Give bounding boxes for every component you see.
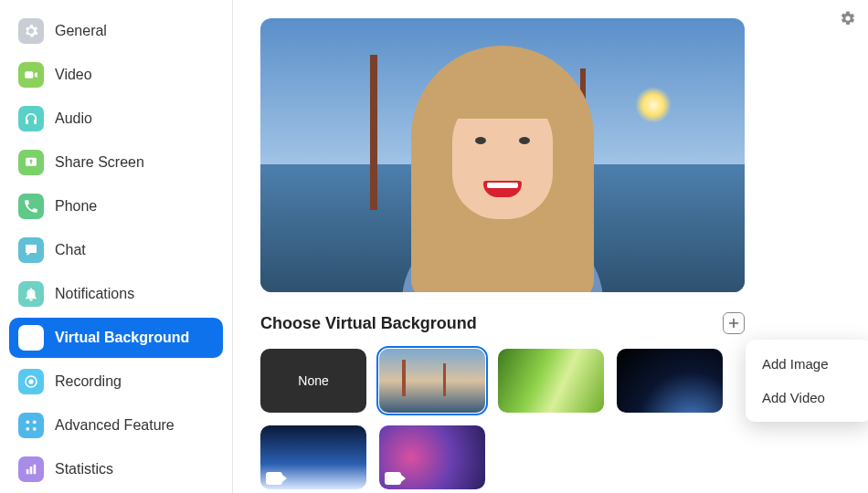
sidebar-item-statistics[interactable]: Statistics — [9, 449, 223, 489]
svg-rect-0 — [25, 71, 33, 79]
bg-thumb-gradient[interactable] — [379, 425, 485, 489]
sidebar-item-label: Notifications — [55, 286, 134, 302]
background-thumbnails: None — [260, 349, 772, 489]
preview-sun — [635, 87, 672, 123]
sidebar-item-label: Statistics — [55, 461, 113, 477]
thumb-label: None — [298, 373, 328, 388]
sidebar-item-label: Video — [55, 67, 92, 83]
grid-icon — [18, 413, 44, 438]
gear-icon — [18, 18, 44, 44]
section-header: Choose Virtual Background — [260, 312, 745, 334]
sidebar-item-label: Recording — [55, 373, 122, 390]
svg-point-10 — [26, 427, 29, 431]
add-menu-popup: Add ImageAdd Video — [746, 340, 868, 422]
svg-rect-13 — [30, 467, 33, 474]
video-icon — [266, 472, 282, 485]
video-icon — [385, 472, 401, 485]
headphones-icon — [18, 106, 44, 131]
sidebar-item-label: Audio — [55, 110, 92, 127]
preview-bridge-tower — [370, 55, 377, 210]
svg-rect-12 — [26, 469, 29, 474]
svg-point-7 — [28, 379, 33, 383]
bg-thumb-space2[interactable] — [260, 425, 366, 489]
sidebar-item-notifications[interactable]: Notifications — [9, 274, 223, 314]
stats-icon — [18, 456, 44, 482]
add-background-button[interactable] — [723, 312, 745, 334]
video-preview — [260, 18, 745, 292]
video-icon — [18, 62, 44, 88]
phone-icon — [18, 194, 44, 219]
bg-thumb-bridge[interactable] — [379, 349, 485, 413]
bell-icon — [18, 281, 44, 307]
sidebar: GeneralVideoAudioShare ScreenPhoneChatNo… — [0, 0, 233, 493]
sidebar-item-label: Phone — [55, 198, 97, 215]
sidebar-item-label: Chat — [55, 242, 86, 258]
sidebar-item-share-screen[interactable]: Share Screen — [9, 142, 223, 183]
sidebar-item-label: Virtual Background — [55, 330, 189, 346]
sidebar-item-audio[interactable]: Audio — [9, 99, 223, 139]
sidebar-item-virtual-background[interactable]: Virtual Background — [9, 318, 223, 358]
sidebar-item-chat[interactable]: Chat — [9, 230, 223, 270]
sidebar-item-video[interactable]: Video — [9, 55, 223, 95]
popup-item-add-image[interactable]: Add Image — [746, 347, 868, 381]
plus-icon — [728, 318, 739, 329]
bg-thumb-space1[interactable] — [617, 349, 723, 413]
svg-point-11 — [33, 427, 37, 431]
svg-point-9 — [33, 420, 37, 424]
bg-thumb-none[interactable]: None — [260, 349, 366, 413]
sidebar-item-phone[interactable]: Phone — [9, 186, 223, 226]
gear-icon — [840, 10, 856, 26]
svg-rect-14 — [34, 465, 37, 475]
bg-thumb-grass[interactable] — [498, 349, 604, 413]
sidebar-item-general[interactable]: General — [9, 11, 223, 51]
share-icon — [18, 150, 44, 175]
preview-person — [384, 46, 621, 292]
main-panel: Choose Virtual Background None Add Image… — [233, 0, 868, 493]
svg-rect-2 — [34, 120, 37, 124]
sidebar-item-advanced-feature[interactable]: Advanced Feature — [9, 405, 223, 446]
svg-rect-1 — [26, 120, 28, 124]
sidebar-item-label: Advanced Feature — [55, 417, 175, 434]
settings-window: GeneralVideoAudioShare ScreenPhoneChatNo… — [0, 0, 868, 493]
section-title-text: Choose Virtual Background — [260, 314, 477, 333]
record-icon — [18, 369, 44, 394]
portrait-icon — [18, 325, 44, 351]
chat-icon — [18, 237, 44, 263]
sidebar-item-recording[interactable]: Recording — [9, 362, 223, 402]
sidebar-item-label: General — [55, 23, 107, 39]
sidebar-item-label: Share Screen — [55, 154, 144, 171]
svg-point-8 — [26, 420, 29, 424]
settings-gear-button[interactable] — [837, 7, 859, 29]
svg-point-5 — [29, 334, 34, 339]
popup-item-add-video[interactable]: Add Video — [746, 381, 868, 414]
